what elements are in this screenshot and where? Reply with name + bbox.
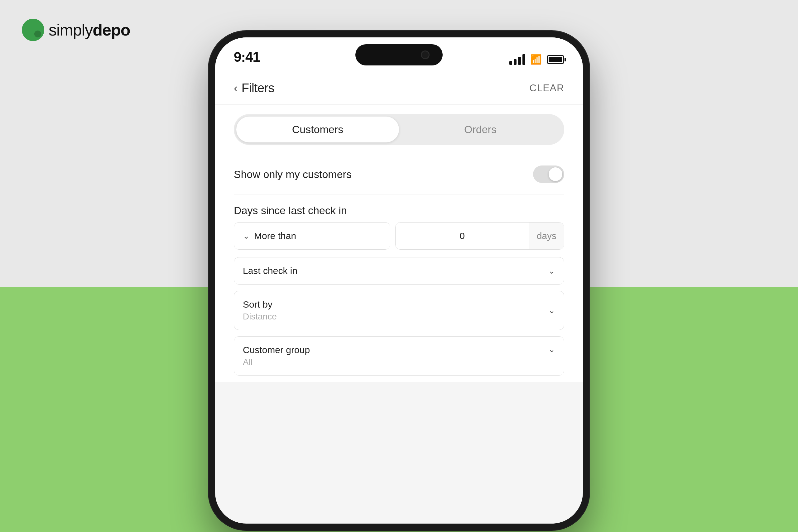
logo-text-bold: depo [93, 21, 130, 39]
more-than-chevron-icon: ⌄ [243, 231, 250, 241]
last-check-in-chevron-icon: ⌄ [548, 266, 555, 276]
sort-by-left: Sort by Distance [243, 299, 277, 322]
customer-group-label: Customer group [243, 345, 310, 355]
battery-fill [549, 57, 562, 62]
status-icons: 📶 [509, 54, 564, 65]
sort-by-value: Distance [243, 312, 277, 322]
days-input-group: days [395, 222, 564, 250]
battery-icon [547, 55, 564, 64]
logo-text-plain: simply [49, 21, 93, 39]
status-time: 9:41 [234, 49, 260, 65]
more-than-label: More than [254, 231, 296, 241]
back-chevron-icon: ‹ [234, 82, 238, 94]
sort-by-chevron-icon: ⌄ [548, 306, 555, 316]
more-than-dropdown[interactable]: ⌄ More than [234, 222, 390, 250]
segment-wrapper: Customers Orders [215, 105, 583, 154]
days-section: Days since last check in ⌄ More than day… [234, 194, 564, 257]
logo-icon [22, 19, 44, 41]
logo: simplydepo [22, 19, 130, 41]
customer-group-dropdown[interactable]: Customer group All ⌄ [234, 336, 564, 376]
phone-frame: 9:41 📶 ‹ Filters [209, 31, 589, 530]
app-header: ‹ Filters CLEAR [215, 72, 583, 105]
last-check-in-dropdown[interactable]: Last check in ⌄ [234, 257, 564, 285]
app-content: ‹ Filters CLEAR Customers Orders [215, 72, 583, 382]
logo-text: simplydepo [49, 21, 130, 39]
tab-customers[interactable]: Customers [236, 117, 399, 142]
camera-dot [421, 51, 430, 59]
phone-wrapper: 9:41 📶 ‹ Filters [209, 31, 589, 530]
last-check-in-right: ⌄ [548, 266, 555, 276]
status-bar: 9:41 📶 [215, 37, 583, 72]
segment-control: Customers Orders [234, 114, 564, 145]
show-my-customers-row: Show only my customers [234, 154, 564, 194]
days-section-title: Days since last check in [234, 194, 564, 222]
tab-orders[interactable]: Orders [399, 117, 562, 142]
phone-screen: 9:41 📶 ‹ Filters [215, 37, 583, 524]
show-my-customers-toggle[interactable] [533, 166, 564, 183]
clear-button[interactable]: CLEAR [529, 82, 564, 94]
sort-by-dropdown[interactable]: Sort by Distance ⌄ [234, 291, 564, 330]
last-check-in-label: Last check in [243, 266, 297, 276]
filter-content: Show only my customers Days since last c… [215, 154, 583, 376]
show-my-customers-label: Show only my customers [234, 168, 352, 180]
wifi-icon: 📶 [530, 54, 542, 65]
sort-by-label: Sort by [243, 299, 277, 310]
days-row: ⌄ More than days [234, 222, 564, 257]
days-number-input[interactable] [396, 223, 529, 249]
signal-icon [509, 54, 525, 65]
page-title: Filters [242, 81, 274, 95]
customer-group-left: Customer group All [243, 345, 310, 367]
back-button[interactable]: ‹ Filters [234, 81, 274, 95]
dynamic-island [355, 44, 443, 65]
customer-group-value: All [243, 357, 310, 367]
customer-group-chevron-icon: ⌄ [548, 345, 555, 354]
days-unit-label: days [529, 223, 564, 249]
